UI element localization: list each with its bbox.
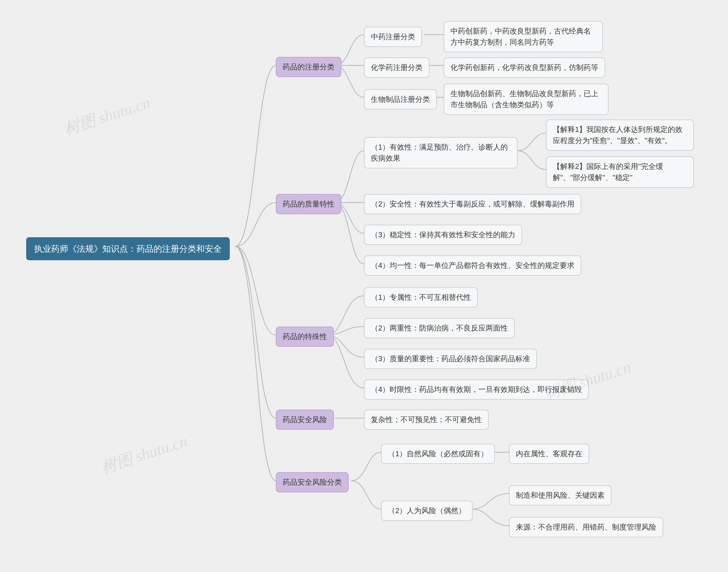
special-quality[interactable]: （3）质量的重要性：药品必须符合国家药品标准 — [364, 349, 537, 369]
reg-shengwu-desc: 生物制品创新药、生物制品改良型新药，已上市生物制品（含生物类似药）等 — [444, 84, 608, 115]
cat-special[interactable]: 药品的特殊性 — [276, 327, 334, 347]
watermark: 树图 shutu.cn — [61, 92, 153, 140]
reg-zhongyao[interactable]: 中药注册分类 — [364, 27, 422, 47]
connectors — [0, 0, 728, 572]
risk-human-desc2: 来源：不合理用药、用错药、制度管理风险 — [509, 517, 663, 537]
reg-shengwu[interactable]: 生物制品注册分类 — [364, 89, 437, 110]
risk-desc: 复杂性；不可预见性；不可避免性 — [364, 410, 489, 430]
quality-uniform[interactable]: （4）均一性：每一单位产品都符合有效性、安全性的规定要求 — [364, 256, 581, 276]
special-exclusive[interactable]: （1）专属性：不可互相替代性 — [364, 287, 478, 307]
special-dual[interactable]: （2）两重性：防病治病，不良反应两面性 — [364, 318, 515, 338]
quality-effective-exp1: 【解释1】我国按在人体达到所规定的效应程度分为"痊愈"、"显效"、"有效"。 — [546, 120, 694, 151]
risk-natural[interactable]: （1）自然风险（必然或固有） — [381, 444, 495, 464]
risk-human-desc1: 制造和使用风险、关键因素 — [509, 485, 611, 505]
risk-human[interactable]: （2）人为风险（偶然） — [381, 501, 472, 521]
cat-risk[interactable]: 药品安全风险 — [276, 410, 334, 430]
reg-zhongyao-desc: 中药创新药，中药改良型新药，古代经典名方中药复方制剂，同名同方药等 — [444, 21, 603, 52]
watermark: 树图 shutu.cn — [98, 430, 190, 479]
quality-effective[interactable]: （1）有效性：满足预防、治疗、诊断人的疾病效果 — [364, 137, 518, 168]
reg-huaxue-desc: 化学药创新药，化学药改良型新药，仿制药等 — [444, 58, 605, 78]
quality-stability[interactable]: （3）稳定性：保持其有效性和安全性的能力 — [364, 225, 522, 245]
quality-safety[interactable]: （2）安全性：有效性大于毒副反应，或可解除、缓解毒副作用 — [364, 194, 581, 214]
cat-quality[interactable]: 药品的质量特性 — [276, 194, 341, 214]
special-time[interactable]: （4）时限性：药品均有有效期，一旦有效期到达，即行报废销毁 — [364, 379, 589, 400]
risk-natural-desc: 内在属性、客观存在 — [509, 444, 589, 464]
quality-effective-exp2: 【解释2】国际上有的采用"完全缓解"、"部分缓解"、"稳定" — [546, 156, 694, 188]
cat-risk-class[interactable]: 药品安全风险分类 — [276, 472, 349, 492]
root-node[interactable]: 执业药师《法规》知识点：药品的注册分类和安全 — [26, 237, 230, 260]
cat-registration[interactable]: 药品的注册分类 — [276, 57, 341, 77]
reg-huaxue[interactable]: 化学药注册分类 — [364, 58, 429, 78]
